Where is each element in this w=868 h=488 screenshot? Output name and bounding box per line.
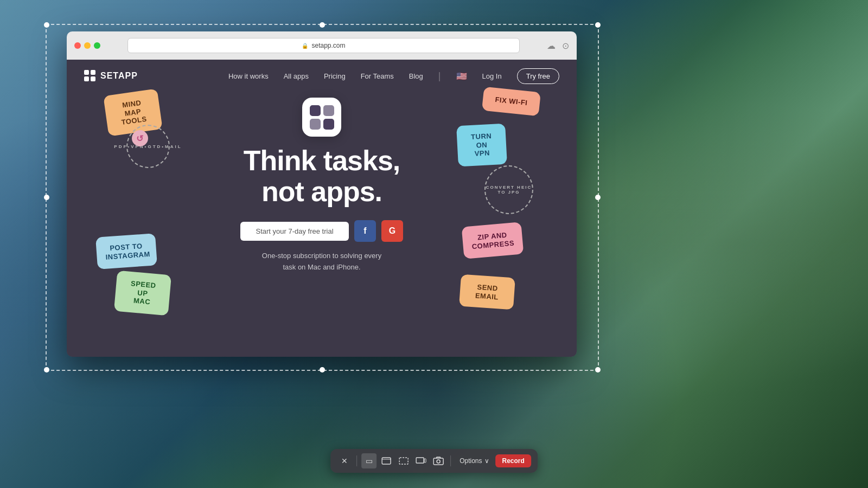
hero-subtitle: One-stop subscription to solving every t…	[262, 251, 381, 273]
hero-subtitle-line2: task on Mac and iPhone.	[283, 263, 360, 271]
logo-grid-dot-4	[323, 119, 334, 130]
site-nav: SETAPP How it works All apps Pricing For…	[67, 60, 577, 92]
lock-icon: 🔒	[302, 43, 308, 49]
language-flag-icon[interactable]: 🇺🇸	[456, 71, 467, 81]
browser-actions: ☁ ⊙	[547, 41, 569, 51]
nav-try-free-button[interactable]: Try free	[517, 68, 559, 84]
setapp-logo-grid	[310, 105, 334, 130]
trial-start-button[interactable]: Start your 7-day free trial	[240, 222, 349, 241]
logo-dot-2	[91, 70, 95, 75]
hero-cta-row: Start your 7-day free trial f G	[240, 220, 403, 242]
nav-for-teams[interactable]: For Teams	[361, 72, 394, 80]
svg-rect-3	[416, 458, 424, 463]
address-bar[interactable]: 🔒 setapp.com	[127, 38, 520, 53]
hero-headline: Think tasks, not apps.	[244, 145, 400, 207]
cloud-icon[interactable]: ☁	[547, 41, 556, 51]
nav-blog[interactable]: Blog	[409, 72, 423, 80]
svg-rect-0	[382, 458, 391, 464]
facebook-signup-button[interactable]: f	[354, 220, 376, 242]
logo-text: SETAPP	[100, 71, 138, 81]
recording-toolbar: ✕ ▭ Options ∨ Record	[330, 449, 538, 473]
hero-headline-line1: Think tasks,	[244, 145, 400, 176]
nav-divider: |	[438, 70, 441, 82]
logo-grid-dot-1	[310, 105, 321, 116]
toolbar-separator-2	[450, 455, 451, 466]
maximize-button[interactable]	[94, 42, 100, 49]
hero-headline-line2: not apps.	[261, 176, 382, 207]
toolbar-camera-icon[interactable]	[431, 453, 446, 468]
logo-dot-4	[91, 76, 95, 81]
logo-grid-dot-3	[310, 119, 321, 130]
logo-dot-3	[84, 76, 89, 81]
logo-grid-dot-2	[323, 105, 334, 116]
svg-point-6	[437, 460, 440, 463]
record-button[interactable]: Record	[496, 454, 531, 467]
hero-section: Think tasks, not apps. Start your 7-day …	[67, 92, 577, 273]
toolbar-separator-1	[356, 455, 357, 466]
svg-rect-2	[399, 458, 408, 464]
traffic-lights	[74, 42, 100, 49]
browser-window: 🔒 setapp.com ☁ ⊙ SETAPP How it works	[67, 31, 577, 357]
toolbar-screen-full-icon[interactable]: ▭	[361, 453, 376, 468]
close-button[interactable]	[74, 42, 81, 49]
toolbar-screen-portion-icon[interactable]	[396, 453, 411, 468]
nav-all-apps[interactable]: All apps	[284, 72, 309, 80]
browser-chrome: 🔒 setapp.com ☁ ⊙	[67, 31, 577, 60]
website-content: SETAPP How it works All apps Pricing For…	[67, 60, 577, 357]
site-logo[interactable]: SETAPP	[84, 70, 138, 82]
toolbar-screen-window-icon[interactable]	[379, 453, 394, 468]
svg-rect-4	[424, 459, 426, 463]
svg-rect-5	[433, 458, 443, 465]
settings-icon[interactable]: ⊙	[562, 41, 569, 51]
logo-icon	[84, 70, 96, 82]
hero-subtitle-line1: One-stop subscription to solving every	[262, 252, 381, 260]
toolbar-screen-external-icon[interactable]	[413, 453, 429, 468]
url-text: setapp.com	[311, 42, 345, 49]
minimize-button[interactable]	[84, 42, 91, 49]
sticker-speed-up-mac: SPEEDUPMAC	[114, 271, 171, 316]
nav-pricing[interactable]: Pricing	[324, 72, 346, 80]
toolbar-close-icon[interactable]: ✕	[337, 453, 352, 468]
chevron-down-icon: ∨	[484, 457, 489, 465]
options-button[interactable]: Options ∨	[455, 455, 493, 467]
setapp-app-icon	[302, 98, 341, 137]
options-label: Options	[459, 457, 482, 465]
sticker-send-email: SENDEMAIL	[459, 274, 515, 310]
nav-how-it-works[interactable]: How it works	[228, 72, 269, 80]
nav-links: How it works All apps Pricing For Teams …	[228, 68, 559, 84]
logo-dot-1	[84, 70, 89, 75]
google-signup-button[interactable]: G	[381, 220, 403, 242]
nav-login[interactable]: Log In	[482, 72, 502, 80]
